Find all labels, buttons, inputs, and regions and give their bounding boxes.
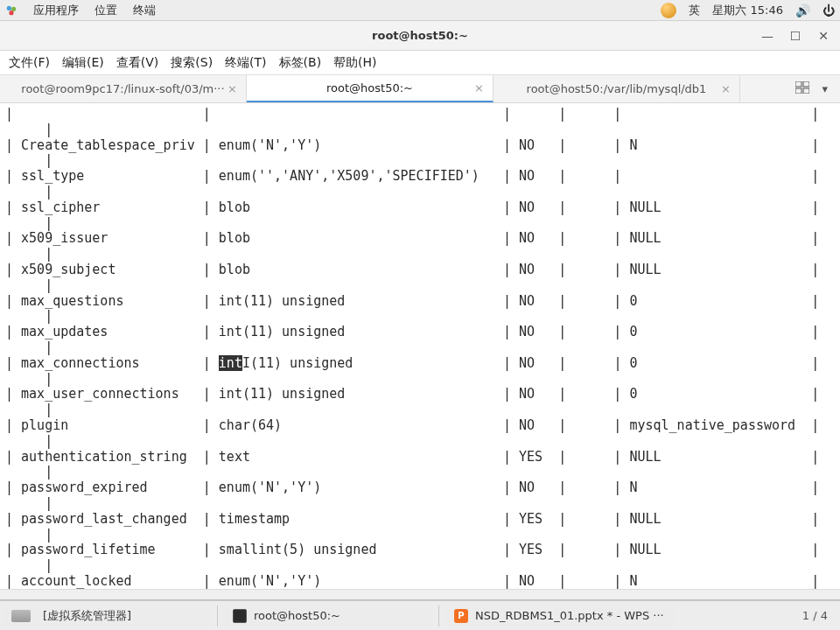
table-row-wrap: | [5,402,835,418]
task-terminal[interactable]: root@host50:~ [223,604,433,628]
svg-rect-3 [795,81,802,87]
menu-view[interactable]: 查看(V) [116,55,159,71]
tab-1-label: root@room9pc17:/linux-soft/03/m··· [21,82,224,95]
gnome-top-panel: 应用程序 位置 终端 英 星期六 15:46 🔊 ⏻ [0,0,840,21]
table-row-wrap: | [5,278,835,294]
clock[interactable]: 星期六 15:46 [712,3,783,18]
table-row-wrap: | [5,496,835,512]
tab-1[interactable]: root@room9pc17:/linux-soft/03/m··· × [0,75,247,102]
tabbar: root@room9pc17:/linux-soft/03/m··· × roo… [0,75,840,103]
power-icon[interactable]: ⏻ [822,4,835,18]
tab-3-label: root@host50:/var/lib/mysql/db1 [527,82,707,95]
task-virt-manager[interactable]: [虚拟系统管理器] [2,604,212,628]
table-row-wrap: | [5,153,835,169]
terminal-output[interactable]: | | | | | | || Create_tablespace_priv | … [0,103,840,589]
menubar: 文件(F) 编辑(E) 查看(V) 搜索(S) 终端(T) 标签(B) 帮助(H… [0,51,840,75]
distro-icon[interactable] [5,4,18,17]
table-row-wrap: | [5,528,835,543]
tab-1-close-icon[interactable]: × [228,82,237,95]
table-row-wrap: | [5,122,835,138]
table-row: | | | | | | [5,107,835,122]
table-row-wrap: | [5,340,835,356]
table-row-wrap: | [5,216,835,232]
svg-rect-5 [795,88,802,94]
close-button[interactable]: ✕ [810,24,836,48]
tab-2[interactable]: root@host50:~ × [247,75,494,102]
table-row: | x509_subject | blob | NO | | NULL | [5,262,835,278]
menu-places[interactable]: 位置 [94,3,117,18]
table-row: | x509_issuer | blob | NO | | NULL | [5,231,835,247]
ime-icon[interactable] [661,3,676,18]
table-row-wrap: | [5,185,835,200]
ime-lang[interactable]: 英 [689,3,700,18]
bottom-panel: [虚拟系统管理器] root@host50:~ P NSD_RDBMS1_01.… [0,600,840,630]
table-row: | max_questions | int(11) unsigned | NO … [5,294,835,310]
svg-point-2 [9,10,13,15]
table-row-wrap: | [5,309,835,325]
menu-help[interactable]: 帮助(H) [333,55,376,71]
titlebar: root@host50:~ — ☐ ✕ [0,21,840,51]
task-term-label: root@host50:~ [254,609,340,622]
table-row: | ssl_cipher | blob | NO | | NULL | [5,200,835,216]
table-row-wrap: | [5,558,835,574]
menu-search[interactable]: 搜索(S) [171,55,213,71]
table-row: | max_updates | int(11) unsigned | NO | … [5,325,835,340]
tab-3-close-icon[interactable]: × [721,82,731,95]
table-row: | password_expired | enum('N','Y') | NO … [5,480,835,496]
menu-apps[interactable]: 应用程序 [33,3,79,18]
table-row-wrap: | [5,372,835,388]
divider [217,606,218,626]
task-vm-label: [虚拟系统管理器] [43,608,131,624]
task-wps[interactable]: P NSD_RDBMS1_01.pptx * - WPS ··· [444,604,674,628]
workspace-pager[interactable]: 1 / 4 [790,609,840,622]
svg-rect-4 [803,81,809,87]
tab-3[interactable]: root@host50:/var/lib/mysql/db1 × [494,75,740,102]
table-row: | Create_tablespace_priv | enum('N','Y')… [5,138,835,154]
task-wps-label: NSD_RDBMS1_01.pptx * - WPS ··· [475,609,664,622]
tab-2-close-icon[interactable]: × [474,81,484,94]
menu-terminal[interactable]: 终端(T) [225,55,266,71]
wps-icon: P [454,609,468,623]
table-row: | password_last_changed | timestamp | YE… [5,512,835,528]
terminal-window: root@host50:~ — ☐ ✕ 文件(F) 编辑(E) 查看(V) 搜索… [0,21,840,600]
minimize-button[interactable]: — [754,24,780,48]
tab-overview-icon[interactable] [795,81,809,96]
table-row-wrap: | [5,247,835,262]
tab-menu-icon[interactable]: ▾ [822,82,828,95]
tab-2-label: root@host50:~ [326,81,413,94]
table-row: | password_lifetime | smallint(5) unsign… [5,542,835,558]
maximize-button[interactable]: ☐ [782,24,808,48]
table-row: | authentication_string | text | YES | |… [5,450,835,466]
virt-manager-icon [11,610,31,622]
terminal-icon [233,609,247,623]
table-row-wrap: | [5,465,835,480]
menu-edit[interactable]: 编辑(E) [62,55,104,71]
svg-rect-6 [803,88,809,94]
table-row: | account_locked | enum('N','Y') | NO | … [5,574,835,589]
svg-point-0 [7,5,11,10]
menu-tabs[interactable]: 标签(B) [279,55,322,71]
table-row: | max_connections | intI(11) unsigned | … [5,356,835,372]
svg-point-1 [11,6,16,10]
window-title: root@host50:~ [0,29,840,42]
volume-icon[interactable]: 🔊 [795,4,810,18]
horizontal-scrollbar[interactable] [0,589,840,599]
table-row: | ssl_type | enum('','ANY','X509','SPECI… [5,169,835,185]
menu-terminal[interactable]: 终端 [133,3,156,18]
table-row-wrap: | [5,434,835,450]
table-row: | max_user_connections | int(11) unsigne… [5,387,835,402]
menu-file[interactable]: 文件(F) [9,55,50,71]
table-row: | plugin | char(64) | NO | | mysql_nativ… [5,418,835,434]
divider [438,606,439,626]
